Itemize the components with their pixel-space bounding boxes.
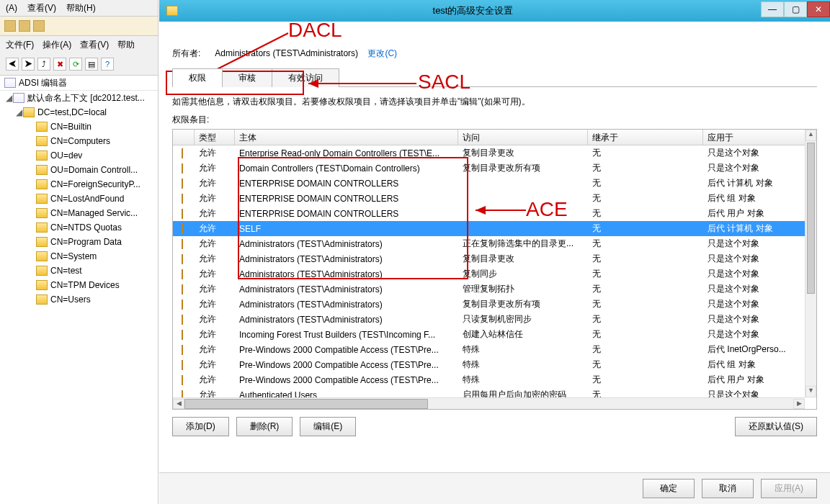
scroll-down-icon[interactable]: ▼ xyxy=(806,386,816,397)
close-button[interactable]: ✕ xyxy=(807,1,830,17)
table-row[interactable]: 允许Administrators (TEST\Administrators)管理… xyxy=(173,282,805,297)
table-row[interactable]: 允许Incoming Forest Trust Builders (TEST\I… xyxy=(173,327,805,342)
tab-auditing[interactable]: 审核 xyxy=(222,68,272,87)
menu-view2[interactable]: 查看(V) xyxy=(80,39,109,51)
table-row[interactable]: 允许ENTERPRISE DOMAIN CONTROLLERS无后代 组 对象 xyxy=(173,191,805,206)
cell-apply: 后代 计算机 对象 xyxy=(703,177,805,189)
cell-principal: Pre-Windows 2000 Compatible Access (TEST… xyxy=(235,375,458,385)
menu-help2[interactable]: 帮助 xyxy=(117,39,135,51)
menu-a[interactable]: (A) xyxy=(6,3,17,13)
scroll-up-icon[interactable]: ▲ xyxy=(806,130,816,141)
cell-apply: 只是这个对象 xyxy=(703,162,805,174)
tree-node[interactable]: OU=Domain Controll... xyxy=(0,163,158,177)
menu-file[interactable]: 文件(F) xyxy=(6,39,34,51)
tree-twisty[interactable]: ◢ xyxy=(4,93,13,103)
col-apply[interactable]: 应用于 xyxy=(703,130,816,145)
tab-permissions[interactable]: 权限 xyxy=(172,68,223,87)
cell-principal: Domain Controllers (TEST\Domain Controll… xyxy=(235,163,458,174)
minimize-button[interactable]: — xyxy=(761,1,784,17)
cell-apply: 后代 用户 对象 xyxy=(703,374,805,386)
table-row[interactable]: 允许Administrators (TEST\Administrators)正在… xyxy=(173,236,805,251)
col-type[interactable]: 类型 xyxy=(195,130,235,145)
dialog-body: 所有者: Administrators (TEST\Administrators… xyxy=(159,22,830,472)
tree-node[interactable]: CN=Builtin xyxy=(0,120,158,134)
scroll-thumb[interactable] xyxy=(807,143,815,294)
tree-node[interactable]: CN=NTDS Quotas xyxy=(0,220,158,235)
apply-button[interactable]: 应用(A) xyxy=(761,479,817,498)
add-button[interactable]: 添加(D) xyxy=(172,417,229,436)
tree[interactable]: ◢ 默认命名上下文 [dc2012.test... ◢ DC=test,DC=l… xyxy=(0,91,158,504)
table-row[interactable]: 允许ENTERPRISE DOMAIN CONTROLLERS无后代 计算机 对… xyxy=(173,176,805,191)
permissions-grid: 类型 主体 访问 继承于 应用于 允许Enterprise Read-only … xyxy=(172,129,817,410)
help-button[interactable]: ? xyxy=(101,58,114,71)
scroll-thumb-h[interactable] xyxy=(184,399,428,409)
table-row[interactable]: 允许SELF无后代 计算机 对象 xyxy=(173,221,805,236)
cancel-button[interactable]: 取消 xyxy=(702,479,754,498)
cell-access: 复制目录更改所有项 xyxy=(458,162,588,174)
restore-defaults-button[interactable]: 还原默认值(S) xyxy=(735,417,817,436)
tree-node[interactable]: CN=test xyxy=(0,264,158,278)
tree-twisty[interactable]: ◢ xyxy=(14,107,23,117)
folder-icon xyxy=(36,122,48,132)
tree-dc[interactable]: DC=test,DC=local xyxy=(37,107,107,117)
ok-button[interactable]: 确定 xyxy=(643,479,695,498)
maximize-button[interactable]: ▢ xyxy=(784,1,807,17)
forward-button[interactable]: ⮞ xyxy=(22,58,35,71)
tree-node[interactable]: CN=Managed Servic... xyxy=(0,206,158,220)
tool-icon[interactable] xyxy=(4,20,16,32)
grid-body[interactable]: 允许Enterprise Read-only Domain Controller… xyxy=(173,145,805,397)
principal-icon xyxy=(182,345,183,355)
table-row[interactable]: 允许Authenticated Users启用每用户后向加密的密码无只是这个对象 xyxy=(173,387,805,397)
delete-button[interactable]: ✖ xyxy=(53,58,66,71)
menu-action[interactable]: 操作(A) xyxy=(43,39,71,51)
menu-view[interactable]: 查看(V) xyxy=(27,2,56,14)
table-row[interactable]: 允许Domain Controllers (TEST\Domain Contro… xyxy=(173,161,805,176)
table-row[interactable]: 允许Pre-Windows 2000 Compatible Access (TE… xyxy=(173,372,805,387)
tree-node[interactable]: CN=System xyxy=(0,249,158,264)
up-button[interactable]: ⤴ xyxy=(37,58,50,71)
menu-help[interactable]: 帮助(H) xyxy=(66,2,96,14)
scroll-right-icon[interactable]: ▶ xyxy=(793,399,805,409)
vertical-scrollbar[interactable]: ▲ ▼ xyxy=(805,130,816,397)
remove-button[interactable]: 删除(R) xyxy=(236,417,293,436)
horizontal-scrollbar[interactable]: ◀ ▶ xyxy=(173,397,805,409)
change-owner-link[interactable]: 更改(C) xyxy=(367,48,397,58)
tree-node[interactable]: CN=Computers xyxy=(0,134,158,148)
tree-node[interactable]: CN=Program Data xyxy=(0,235,158,249)
titlebar[interactable]: test的高级安全设置 — ▢ ✕ xyxy=(159,0,830,22)
tree-node[interactable]: CN=ForeignSecurityP... xyxy=(0,177,158,192)
table-row[interactable]: 允许Enterprise Read-only Domain Controller… xyxy=(173,145,805,161)
tree-node[interactable]: CN=Users xyxy=(0,292,158,307)
table-row[interactable]: 允许Administrators (TEST\Administrators)复制… xyxy=(173,297,805,312)
table-row[interactable]: 允许Pre-Windows 2000 Compatible Access (TE… xyxy=(173,357,805,372)
table-row[interactable]: 允许ENTERPRISE DOMAIN CONTROLLERS无后代 用户 对象 xyxy=(173,206,805,221)
tab-effective[interactable]: 有效访问 xyxy=(272,68,339,87)
scroll-left-icon[interactable]: ◀ xyxy=(173,399,184,409)
cell-apply: 只是这个对象 xyxy=(703,238,805,250)
tree-node[interactable]: CN=TPM Devices xyxy=(0,278,158,292)
tool-icon[interactable] xyxy=(19,20,30,32)
edit-button[interactable]: 编辑(E) xyxy=(300,417,356,436)
tree-node[interactable]: OU=dev xyxy=(0,148,158,163)
table-row[interactable]: 允许Administrators (TEST\Administrators)复制… xyxy=(173,266,805,282)
table-row[interactable]: 允许Administrators (TEST\Administrators)复制… xyxy=(173,251,805,266)
cell-principal: ENTERPRISE DOMAIN CONTROLLERS xyxy=(235,179,458,189)
tree-root[interactable]: 默认命名上下文 [dc2012.test... xyxy=(27,92,145,104)
refresh-button[interactable]: ⟳ xyxy=(69,58,82,71)
table-row[interactable]: 允许Pre-Windows 2000 Compatible Access (TE… xyxy=(173,342,805,357)
back-button[interactable]: ⮜ xyxy=(6,58,19,71)
cell-inherit: 无 xyxy=(588,253,703,265)
props-button[interactable]: ▤ xyxy=(85,58,98,71)
tool-icon[interactable] xyxy=(33,20,45,32)
col-principal[interactable]: 主体 xyxy=(235,130,458,145)
owner-label: 所有者: xyxy=(172,48,200,58)
tree-node[interactable]: CN=LostAndFound xyxy=(0,192,158,206)
col-icon[interactable] xyxy=(173,130,195,145)
col-access[interactable]: 访问 xyxy=(458,130,588,145)
principal-icon xyxy=(182,330,183,340)
folder-icon xyxy=(36,251,48,261)
tree-node-label: CN=System xyxy=(50,251,97,261)
table-row[interactable]: 允许Administrators (TEST\Administrators)只读… xyxy=(173,312,805,327)
cell-inherit: 无 xyxy=(588,192,703,204)
col-inherit[interactable]: 继承于 xyxy=(588,130,703,145)
